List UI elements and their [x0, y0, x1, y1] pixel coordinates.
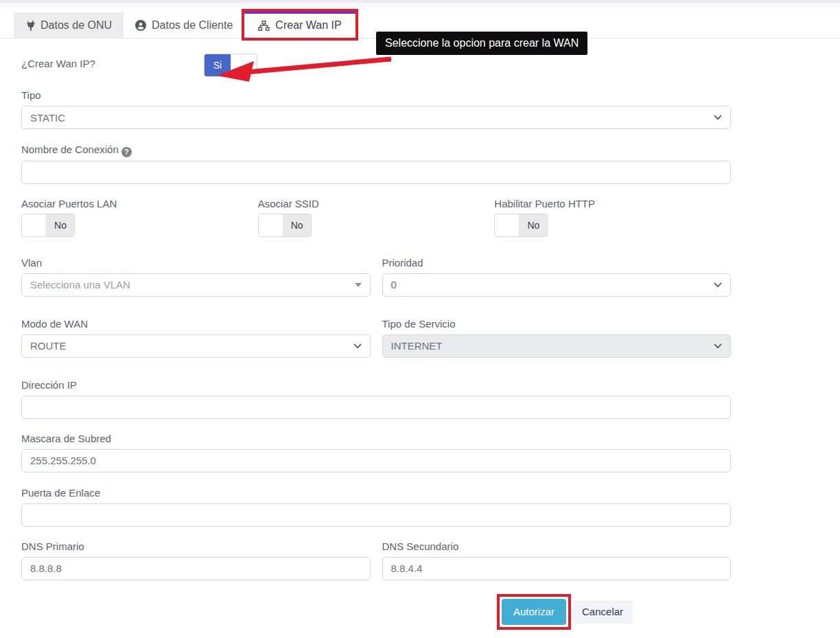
tipo-servicio-value: INTERNET — [391, 340, 443, 352]
tipo-select[interactable]: STATIC — [21, 106, 731, 129]
tab-datos-de-cliente[interactable]: Datos de Cliente — [124, 12, 244, 38]
toggle-on-label: Si — [205, 54, 231, 76]
tipo-servicio-label: Tipo de Servicio — [382, 317, 732, 331]
annotation-tooltip: Seleccione la opcion para crear la WAN — [376, 32, 587, 55]
dns-row: DNS Primario DNS Secundario — [21, 540, 731, 580]
question-circle-icon[interactable]: ? — [121, 147, 132, 157]
prioridad-label: Prioridad — [382, 256, 732, 270]
chevron-down-icon — [714, 343, 722, 349]
asociar-ssid-field: Asociar SSID No — [258, 197, 495, 237]
prioridad-select[interactable]: 0 — [382, 273, 732, 297]
asociar-puertos-lan-field: Asociar Puertos LAN No — [21, 197, 258, 237]
prioridad-value: 0 — [391, 279, 397, 290]
nombre-conexion-label: Nombre de Conexión? — [21, 143, 731, 157]
dns-primario-label: DNS Primario — [21, 540, 371, 554]
asociar-puertos-lan-label: Asociar Puertos LAN — [21, 197, 258, 211]
vlan-select[interactable]: Selecciona una VLAN — [21, 273, 371, 297]
puerta-enlace-field: Puerta de Enlace — [21, 486, 731, 527]
direccion-ip-label: Dirección IP — [21, 378, 731, 392]
nombre-conexion-input[interactable] — [21, 161, 731, 184]
crear-wan-ip-label: ¿Crear Wan IP? — [21, 54, 204, 77]
vlan-prioridad-row: Vlan Selecciona una VLAN Prioridad 0 — [21, 256, 731, 297]
habilitar-puerto-http-field: Habilitar Puerto HTTP No — [494, 197, 731, 237]
crear-wan-ip-toggle[interactable]: Si — [204, 54, 257, 77]
dns-secundario-field: DNS Secundario — [382, 540, 732, 580]
habilitar-puerto-http-label: Habilitar Puerto HTTP — [494, 197, 731, 211]
top-fade — [0, 3, 840, 11]
tipo-servicio-field: Tipo de Servicio INTERNET — [382, 317, 732, 358]
toggle-knob — [259, 214, 283, 236]
dns-secundario-label: DNS Secundario — [382, 540, 732, 554]
dns-primario-field: DNS Primario — [21, 540, 371, 580]
habilitar-puerto-http-toggle[interactable]: No — [494, 214, 548, 237]
tab-label: Datos de Cliente — [152, 19, 233, 32]
tab-label: Crear Wan IP — [275, 19, 341, 32]
tab-label: Datos de ONU — [40, 19, 112, 32]
tab-crear-wan-ip[interactable]: Crear Wan IP — [244, 11, 355, 38]
crear-wan-ip-row: ¿Crear Wan IP? Si — [21, 54, 731, 77]
toggle-off-label: No — [47, 214, 74, 236]
vlan-label: Vlan — [21, 256, 371, 270]
tab-datos-de-onu[interactable]: Datos de ONU — [14, 12, 124, 38]
asociar-ssid-toggle[interactable]: No — [258, 214, 312, 237]
toggle-knob — [495, 214, 520, 236]
toggle-off-label: No — [520, 214, 547, 236]
user-circle-icon — [135, 20, 146, 31]
mascara-subred-label: Mascara de Subred — [21, 432, 731, 446]
crear-wan-form: ¿Crear Wan IP? Si Tipo STATIC Nombre de … — [0, 38, 840, 625]
chevron-down-icon — [714, 115, 722, 120]
nombre-conexion-field: Nombre de Conexión? — [21, 143, 731, 184]
form-actions: Autorizar Cancelar — [502, 599, 731, 625]
mascara-subred-field: Mascara de Subred — [21, 432, 731, 472]
nombre-conexion-label-text: Nombre de Conexión — [21, 144, 119, 155]
direccion-ip-input[interactable] — [21, 396, 731, 419]
modo-wan-field: Modo de WAN ROUTE — [21, 317, 371, 358]
puerta-enlace-label: Puerta de Enlace — [21, 486, 731, 500]
prioridad-field: Prioridad 0 — [382, 256, 732, 297]
tipo-field: Tipo STATIC — [21, 89, 731, 129]
plug-icon — [25, 21, 35, 31]
direccion-ip-field: Dirección IP — [21, 378, 731, 419]
modo-wan-select[interactable]: ROUTE — [21, 334, 371, 358]
chevron-down-icon — [353, 343, 362, 349]
autorizar-button[interactable]: Autorizar — [502, 599, 566, 625]
modo-wan-value: ROUTE — [30, 340, 67, 352]
dns-primario-input[interactable] — [21, 557, 371, 580]
asociar-puertos-lan-toggle[interactable]: No — [21, 214, 75, 237]
dropdown-triangle-icon — [355, 283, 362, 287]
puerta-enlace-input[interactable] — [21, 503, 731, 527]
toggles-row: Asociar Puertos LAN No Asociar SSID No H… — [21, 197, 731, 237]
chevron-down-icon — [714, 282, 722, 288]
toggle-knob — [231, 54, 257, 76]
sitemap-icon — [258, 21, 270, 31]
crear-wan-ip-page: Datos de ONU Datos de Cliente Crear Wan … — [0, 0, 840, 638]
autorizar-button-label: Autorizar — [513, 606, 555, 617]
dns-secundario-input[interactable] — [382, 557, 732, 580]
asociar-ssid-label: Asociar SSID — [258, 197, 495, 211]
vlan-placeholder: Selecciona una VLAN — [30, 279, 130, 290]
tipo-value: STATIC — [30, 112, 65, 124]
tipo-label: Tipo — [21, 89, 731, 102]
modo-servicio-row: Modo de WAN ROUTE Tipo de Servicio INTER… — [21, 317, 731, 358]
modo-wan-label: Modo de WAN — [21, 317, 371, 331]
vlan-field: Vlan Selecciona una VLAN — [21, 256, 371, 297]
tipo-servicio-select: INTERNET — [382, 334, 732, 358]
cancelar-button[interactable]: Cancelar — [572, 600, 633, 624]
toggle-off-label: No — [283, 214, 311, 236]
toggle-knob — [22, 214, 47, 236]
mascara-subred-input[interactable] — [21, 449, 731, 472]
